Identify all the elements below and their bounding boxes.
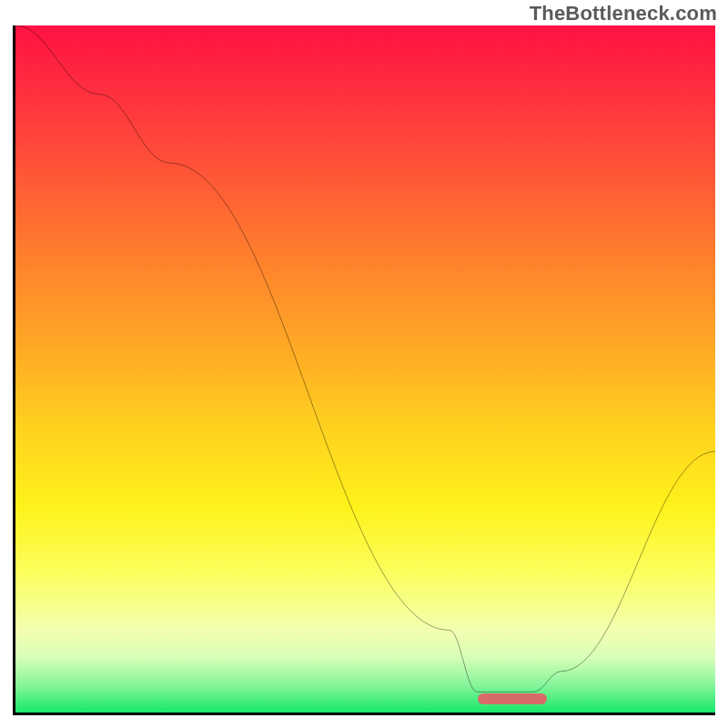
chart-marker	[478, 693, 548, 704]
chart-area	[13, 25, 715, 715]
watermark-text: TheBottleneck.com	[530, 2, 717, 25]
chart-line	[15, 25, 715, 713]
